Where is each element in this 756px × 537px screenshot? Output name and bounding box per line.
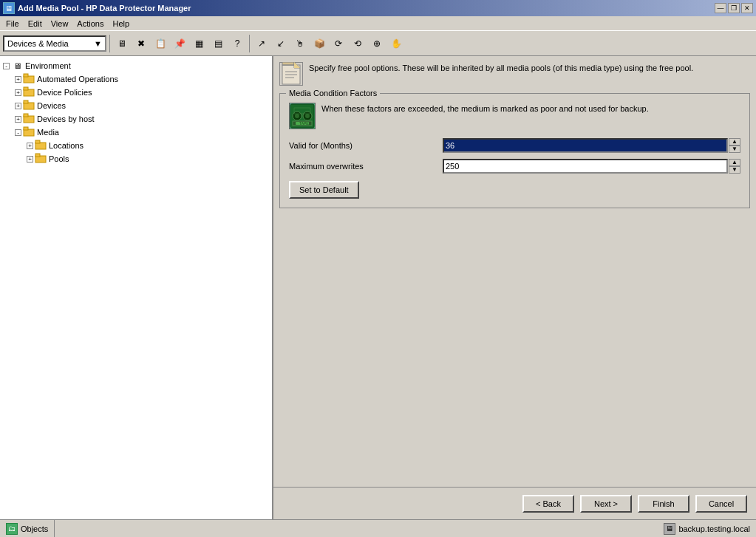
devices-icon — [23, 100, 35, 112]
tree-label-locations: Locations — [49, 141, 84, 150]
toolbar-btn-12[interactable]: ⟲ — [349, 35, 367, 52]
pools-icon — [35, 153, 47, 165]
svg-text:TAPE: TAPE — [299, 121, 309, 126]
tree-item-automated-operations[interactable]: + Automated Operations — [0, 72, 272, 86]
toolbar-btn-2[interactable]: ✖ — [132, 35, 150, 52]
toolbar-btn-1[interactable]: 🖥 — [113, 35, 131, 52]
toolbar-btn-8[interactable]: ↙ — [272, 35, 290, 52]
next-button[interactable]: Next > — [580, 495, 632, 513]
status-objects[interactable]: 🗂 Objects — [0, 520, 55, 537]
valid-for-spin-down[interactable]: ▼ — [729, 146, 740, 153]
svg-rect-11 — [35, 140, 40, 143]
tree-item-device-policies[interactable]: + Device Policies — [0, 86, 272, 99]
max-overwrites-wrap: ▲ ▼ — [443, 159, 740, 174]
finish-button[interactable]: Finish — [638, 495, 689, 513]
right-panel: Specify free pool options. These will be… — [273, 56, 756, 537]
tree-label-media: Media — [37, 128, 59, 137]
svg-rect-1 — [24, 74, 28, 77]
locations-icon — [35, 140, 47, 151]
tree-toggle-auto-ops[interactable]: + — [15, 76, 21, 83]
toolbar: Devices & Media ▼ 🖥 ✖ 📋 📌 ▦ ▤ ? ↗ ↙ 🖱 📦 … — [0, 31, 756, 56]
environment-icon: 🖥 — [11, 60, 23, 72]
chevron-down-icon: ▼ — [94, 39, 102, 48]
tree-panel: - 🖥 Environment + Automated Operations +… — [0, 56, 273, 537]
menu-actions[interactable]: Actions — [72, 18, 108, 30]
minimize-button[interactable]: — — [715, 3, 726, 13]
objects-label: Objects — [21, 524, 48, 533]
toolbar-btn-3[interactable]: 📋 — [151, 35, 169, 52]
svg-rect-15 — [282, 62, 294, 65]
tape-drive-icon: TAPE — [289, 103, 316, 129]
info-text: Specify free pool options. These will be… — [309, 62, 693, 75]
server-icon: 🖥 — [664, 523, 675, 535]
menu-edit[interactable]: Edit — [24, 18, 47, 30]
status-server: 🖥 backup.testing.local — [658, 523, 756, 535]
valid-for-spin-up[interactable]: ▲ — [729, 138, 740, 146]
svg-rect-3 — [24, 87, 28, 90]
tree-label-devices: Devices — [37, 101, 66, 110]
tree-label-pools: Pools — [49, 154, 69, 163]
server-text: backup.testing.local — [678, 524, 750, 533]
tree-item-pools[interactable]: + Pools — [0, 152, 272, 165]
tree-label-device-policies: Device Policies — [37, 88, 92, 97]
toolbar-btn-14[interactable]: ✋ — [387, 35, 405, 52]
tree-toggle-environment[interactable]: - — [3, 63, 10, 69]
toolbar-btn-4[interactable]: 📌 — [171, 35, 188, 52]
toolbar-btn-10[interactable]: 📦 — [310, 35, 328, 52]
tree-item-devices[interactable]: + Devices — [0, 99, 272, 112]
valid-for-label: Valid for (Months) — [289, 141, 437, 150]
max-overwrites-spin-up[interactable]: ▲ — [729, 159, 740, 166]
form-grid: Valid for (Months) ▲ ▼ Maximum overwrite… — [289, 138, 740, 174]
restore-button[interactable]: ❐ — [728, 3, 740, 13]
max-overwrites-input[interactable] — [443, 159, 728, 174]
svg-point-24 — [295, 114, 299, 118]
tree-toggle-pools[interactable]: + — [27, 156, 33, 163]
tree-item-devices-by-host[interactable]: + Devices by host — [0, 112, 272, 126]
valid-for-input[interactable] — [443, 138, 728, 153]
objects-icon: 🗂 — [6, 523, 18, 535]
group-content: TAPE When these factors are exceeded, th… — [289, 103, 740, 129]
menu-bar: File Edit View Actions Help — [0, 16, 756, 31]
max-overwrites-spin-down[interactable]: ▼ — [729, 166, 740, 174]
svg-point-26 — [305, 114, 310, 118]
info-icon — [279, 62, 303, 86]
app-icon: 🖥 — [3, 2, 15, 14]
toolbar-btn-11[interactable]: ⟳ — [330, 35, 347, 52]
tree-root-environment[interactable]: - 🖥 Environment — [0, 59, 272, 72]
svg-rect-5 — [24, 100, 28, 103]
menu-view[interactable]: View — [47, 18, 73, 30]
max-overwrites-spinner: ▲ ▼ — [729, 159, 740, 174]
svg-rect-7 — [24, 114, 28, 117]
devices-media-dropdown[interactable]: Devices & Media ▼ — [3, 35, 106, 52]
toolbar-btn-13[interactable]: ⊕ — [368, 35, 386, 52]
menu-file[interactable]: File — [1, 18, 24, 30]
toolbar-btn-6[interactable]: ▤ — [209, 35, 227, 52]
tree-item-locations[interactable]: + Locations — [0, 139, 272, 152]
tree-toggle-devices[interactable]: + — [15, 103, 21, 109]
back-button[interactable]: < Back — [522, 495, 574, 513]
title-bar: 🖥 Add Media Pool - HP Data Protector Man… — [0, 0, 756, 16]
toolbar-separator-2 — [249, 35, 250, 52]
auto-ops-icon — [23, 73, 35, 85]
group-box-title: Media Condition Factors — [286, 89, 380, 98]
tree-label-devices-by-host: Devices by host — [37, 114, 95, 123]
toolbar-separator-1 — [109, 35, 110, 52]
set-to-default-button[interactable]: Set to Default — [289, 181, 359, 199]
svg-rect-13 — [35, 154, 40, 157]
toolbar-btn-5[interactable]: ▦ — [190, 35, 208, 52]
tree-toggle-device-policies[interactable]: + — [15, 89, 21, 96]
cancel-button[interactable]: Cancel — [695, 495, 747, 513]
close-button[interactable]: ✕ — [741, 3, 753, 13]
tree-item-media[interactable]: - Media — [0, 126, 272, 139]
toolbar-btn-7[interactable]: ↗ — [253, 35, 270, 52]
status-bar: 🗂 Objects 🖥 backup.testing.local — [0, 519, 756, 537]
toolbar-btn-help[interactable]: ? — [228, 35, 246, 52]
tree-toggle-media[interactable]: - — [15, 129, 21, 136]
tree-toggle-devices-by-host[interactable]: + — [15, 116, 21, 123]
window-title: Add Media Pool - HP Data Protector Manag… — [18, 4, 191, 13]
tree-label-automated-operations: Automated Operations — [37, 75, 118, 83]
tree-toggle-locations[interactable]: + — [27, 143, 33, 149]
toolbar-btn-9[interactable]: 🖱 — [291, 35, 309, 52]
tree-label-environment: Environment — [25, 61, 71, 70]
menu-help[interactable]: Help — [108, 18, 134, 30]
